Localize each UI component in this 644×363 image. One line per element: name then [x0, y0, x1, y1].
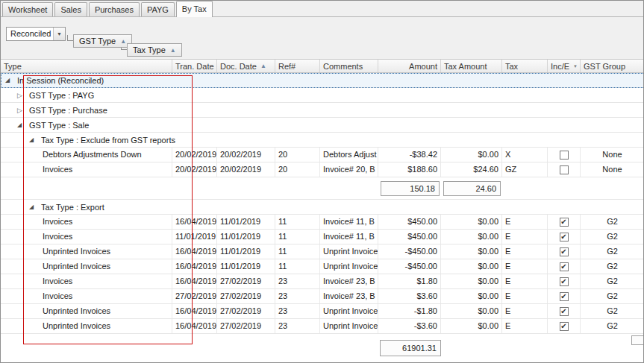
cell-doc-date: 27/02/2019 — [217, 289, 275, 303]
column-header-label: Tax Amount — [444, 62, 487, 71]
checkbox-checked[interactable]: ✔ — [560, 307, 569, 316]
cell-tran-date: 27/02/2019 — [172, 289, 217, 303]
checkbox-checked[interactable]: ✔ — [560, 292, 569, 301]
group-row[interactable]: ◢Tax Type : Exclude from GST reports — [1, 133, 644, 148]
group-row[interactable]: ▷GST Type : Purchase — [1, 103, 644, 118]
cell-comments: Invoice# 20, B — [320, 162, 378, 177]
cell-comments: Invoice# 11, B — [320, 230, 378, 244]
cell-inc-e: ✔ — [548, 244, 581, 259]
total-amount-box: 61901.31 — [380, 340, 441, 356]
table-row[interactable]: Unprinted Invoices16/04/201927/02/201923… — [1, 319, 644, 334]
column-header-inc-e[interactable]: Inc/E▼ — [548, 60, 581, 72]
checkbox-unchecked[interactable] — [560, 165, 569, 174]
cell-tax: E — [502, 230, 548, 244]
group-box-tax-type[interactable]: Tax Type ▲ — [127, 43, 182, 57]
cell-tax-amount: $0.00 — [441, 244, 502, 259]
expand-icon[interactable]: ▷ — [17, 92, 26, 99]
column-header-amount[interactable]: Amount — [378, 60, 441, 72]
column-header-tran-date[interactable]: Tran. Date — [172, 60, 217, 72]
column-header-ref[interactable]: Ref# — [275, 60, 320, 72]
sort-asc-icon: ▲ — [170, 47, 176, 54]
checkbox-checked[interactable]: ✔ — [560, 218, 569, 227]
expand-icon[interactable]: ▷ — [17, 107, 26, 114]
cell-tran-date: 16/04/2019 — [172, 319, 217, 333]
column-header-gst-group[interactable]: GST Group — [581, 60, 644, 72]
group-row[interactable]: ◢In Session (Reconciled) — [1, 73, 644, 88]
cell-tax: E — [502, 244, 548, 259]
cell-tax: GZ — [502, 162, 548, 177]
column-header-tax-amount[interactable]: Tax Amount — [441, 60, 502, 72]
group-panel: Reconciled ▼ GST Type ▲ Tax Type ▲ — [1, 17, 643, 59]
reconciled-dropdown[interactable]: Reconciled ▼ — [6, 27, 66, 41]
tab-sales[interactable]: Sales — [54, 2, 87, 16]
cell-ref: 11 — [275, 244, 320, 259]
cell-doc-date: 11/01/2019 — [217, 215, 275, 229]
cell-tax: E — [502, 215, 548, 229]
cell-tax: E — [502, 259, 548, 274]
table-row[interactable]: Debtors Adjustments Down20/02/201920/02/… — [1, 148, 644, 162]
tab-by-tax[interactable]: By Tax — [176, 1, 213, 17]
table-row[interactable]: Unprinted Invoices16/04/201911/01/201911… — [1, 244, 644, 259]
cell-ref: 23 — [275, 274, 320, 288]
cell-doc-date: 27/02/2019 — [217, 319, 275, 333]
cell-type: Invoices — [1, 215, 172, 229]
table-row[interactable]: Invoices27/02/201927/02/201923Invoice# 2… — [1, 289, 644, 304]
column-header-label: Inc/E — [551, 62, 569, 71]
cell-tran-date: 16/04/2019 — [172, 304, 217, 318]
collapse-icon[interactable]: ◢ — [29, 203, 38, 210]
column-header-comments[interactable]: Comments — [320, 60, 378, 72]
checkbox-checked[interactable]: ✔ — [560, 277, 569, 286]
checkbox-checked[interactable]: ✔ — [560, 233, 569, 242]
group-row[interactable]: ◢GST Type : Sale — [1, 118, 644, 133]
group-row[interactable]: ▷GST Type : PAYG — [1, 88, 644, 103]
table-row[interactable]: Invoices11/01/201911/01/201911Invoice# 1… — [1, 230, 644, 244]
tab-payg[interactable]: PAYG — [141, 2, 175, 16]
collapse-icon[interactable]: ◢ — [17, 121, 26, 128]
column-header-doc-date[interactable]: Doc. Date▲ — [217, 60, 275, 72]
cell-gst-group: G2 — [581, 274, 644, 288]
table-row[interactable]: Invoices16/04/201927/02/201923Invoice# 2… — [1, 274, 644, 289]
cell-inc-e: ✔ — [548, 230, 581, 244]
checkbox-checked[interactable]: ✔ — [560, 262, 569, 271]
cell-doc-date: 11/01/2019 — [217, 244, 275, 259]
cell-tax: X — [502, 148, 548, 162]
cell-tran-date: 16/04/2019 — [172, 259, 217, 274]
checkbox-checked[interactable]: ✔ — [560, 247, 569, 256]
cell-tax-amount: $0.00 — [441, 230, 502, 244]
group-box-label: Tax Type — [133, 45, 166, 54]
cell-gst-group: None — [581, 148, 644, 162]
cell-gst-group: G2 — [581, 304, 644, 318]
cell-inc-e: ✔ — [548, 259, 581, 274]
cell-gst-group: G2 — [581, 289, 644, 303]
group-row[interactable]: ◢Tax Type : Export — [1, 200, 644, 215]
table-row[interactable]: Invoices20/02/201920/02/201920Invoice# 2… — [1, 162, 644, 177]
cell-type: Invoices — [1, 162, 172, 177]
group-summary-amount: 150.18 — [381, 181, 440, 196]
tab-purchases[interactable]: Purchases — [89, 2, 140, 16]
cell-tax-amount: $0.00 — [441, 215, 502, 229]
table-row[interactable]: Invoices16/04/201911/01/201911Invoice# 1… — [1, 215, 644, 230]
cell-tax-amount: $0.00 — [441, 148, 502, 162]
group-box-gst-type[interactable]: GST Type ▲ — [73, 34, 132, 48]
cell-inc-e: ✔ — [548, 274, 581, 288]
tab-worksheet[interactable]: Worksheet — [2, 2, 53, 16]
cell-type: Invoices — [1, 230, 172, 244]
column-header-label: Amount — [409, 62, 437, 71]
column-header-tax[interactable]: Tax — [502, 60, 548, 72]
cell-type: Invoices — [1, 289, 172, 303]
chevron-down-icon[interactable]: ▼ — [53, 28, 65, 40]
checkbox-checked[interactable]: ✔ — [560, 322, 569, 331]
filter-icon[interactable]: ▼ — [573, 64, 578, 69]
collapse-icon[interactable]: ◢ — [29, 136, 38, 143]
checkbox-unchecked[interactable] — [560, 151, 569, 160]
collapse-icon[interactable]: ◢ — [5, 77, 14, 83]
table-row[interactable]: Unprinted Invoices16/04/201911/01/201911… — [1, 259, 644, 274]
column-header-label: GST Group — [584, 62, 625, 71]
column-header-label: Tax — [505, 62, 518, 71]
group-connector-line — [67, 35, 73, 41]
table-row[interactable]: Unprinted Invoices16/04/201927/02/201923… — [1, 304, 644, 319]
cell-comments: Unprint Invoice — [320, 244, 378, 259]
cell-inc-e: ✔ — [548, 319, 581, 333]
cell-type: Unprinted Invoices — [1, 244, 172, 259]
column-header-type[interactable]: Type — [1, 60, 172, 72]
